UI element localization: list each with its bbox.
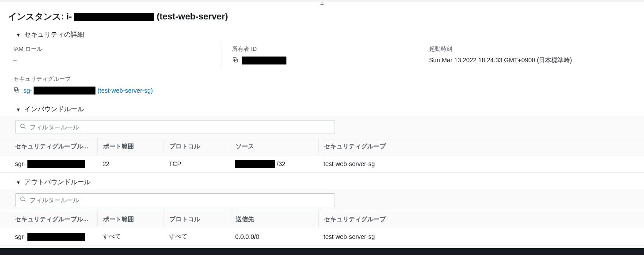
inbound-sg-cell: test-web-server-sg — [318, 155, 644, 173]
owner-id-label: 所有者 ID — [232, 45, 423, 53]
search-icon — [20, 123, 26, 131]
inbound-filter-input[interactable] — [30, 124, 330, 131]
col-header-port[interactable]: ポート範囲 — [97, 138, 164, 155]
inbound-filter-box[interactable] — [15, 121, 335, 133]
svg-line-5 — [24, 127, 26, 129]
section-toggle-outbound[interactable]: ▼ アウトバウンドルール — [0, 175, 644, 189]
redacted-sgr-id — [27, 160, 85, 168]
copy-icon — [13, 87, 20, 95]
sg-name-suffix: (test-web-server-sg) — [97, 87, 152, 94]
section-toggle-security-details[interactable]: ▼ セキュリティの詳細 — [0, 28, 644, 42]
outbound-filter-box[interactable] — [15, 193, 335, 206]
section-title-outbound: アウトバウンドルール — [24, 178, 91, 186]
inbound-protocol-cell: TCP — [164, 155, 230, 173]
table-row: sgr- 22 TCP /32 test-web-server-sg — [0, 155, 644, 173]
caret-down-icon: ▼ — [16, 32, 21, 38]
iam-role-label: IAM ロール — [13, 45, 216, 53]
outbound-table-header-row: セキュリティグループル... ポート範囲 プロトコル 送信先 セキュリティグルー… — [0, 211, 644, 228]
panel-drag-handle[interactable]: = — [0, 1, 644, 7]
outbound-sgr-cell: sgr- — [15, 233, 92, 241]
inbound-sgr-cell: sgr- — [15, 160, 92, 168]
footer-bar — [0, 248, 644, 255]
inbound-port-cell: 22 — [97, 155, 164, 173]
col-header-source[interactable]: ソース — [230, 138, 318, 155]
col-header-sgr[interactable]: セキュリティグループル... — [0, 138, 97, 155]
launch-time-col: 起動時刻 Sun Mar 13 2022 18:24:33 GMT+0900 (… — [429, 42, 637, 69]
security-groups-value: sg- (test-web-server-sg) — [13, 87, 637, 95]
security-details-grid: IAM ロール – 所有者 ID 起動時刻 Sun Mar 13 2022 18… — [0, 42, 644, 73]
col-header-sg[interactable]: セキュリティグループ — [318, 138, 644, 155]
page-title-row: インスタンス: i- (test-web-server) — [0, 7, 644, 28]
copy-security-group-button[interactable] — [13, 87, 20, 95]
outbound-filter-input[interactable] — [30, 197, 330, 204]
svg-point-6 — [21, 197, 24, 201]
outbound-rules-table: セキュリティグループル... ポート範囲 プロトコル 送信先 セキュリティグルー… — [0, 211, 644, 246]
section-title-security-details: セキュリティの詳細 — [24, 30, 84, 39]
sg-link-prefix: sg- — [23, 87, 32, 94]
owner-id-value — [232, 57, 423, 64]
iam-role-value: – — [13, 57, 216, 64]
outbound-filter-wrap — [0, 189, 644, 211]
sgr-prefix: sgr- — [15, 160, 26, 167]
section-title-inbound: インバウンドルール — [24, 105, 84, 114]
redacted-sgr-id — [27, 233, 85, 241]
caret-down-icon: ▼ — [16, 107, 21, 112]
outbound-sg-cell: test-web-server-sg — [318, 228, 644, 246]
outbound-destination-cell: 0.0.0.0/0 — [230, 228, 318, 246]
table-row: sgr- すべて すべて 0.0.0.0/0 test-web-server-s… — [0, 228, 644, 246]
copy-owner-id-button[interactable] — [232, 57, 239, 64]
title-suffix: (test-web-server) — [156, 11, 228, 22]
outbound-port-cell: すべて — [97, 228, 164, 246]
col-header-port[interactable]: ポート範囲 — [97, 211, 164, 228]
inbound-rules-table: セキュリティグループル... ポート範囲 プロトコル ソース セキュリティグルー… — [0, 138, 644, 173]
security-groups-label: セキュリティグループ — [13, 75, 637, 83]
col-header-protocol[interactable]: プロトコル — [164, 138, 230, 155]
security-group-link[interactable]: sg- (test-web-server-sg) — [23, 87, 153, 95]
redacted-instance-id — [74, 13, 154, 21]
security-groups-block: セキュリティグループ sg- (test-web-server-sg) — [0, 73, 644, 102]
redacted-sg-id — [34, 87, 95, 95]
inbound-table-header-row: セキュリティグループル... ポート範囲 プロトコル ソース セキュリティグルー… — [0, 138, 644, 155]
launch-time-value: Sun Mar 13 2022 18:24:33 GMT+0900 (日本標準時… — [429, 57, 632, 64]
redacted-owner-id — [242, 57, 286, 64]
page-title: インスタンス: i- (test-web-server) — [8, 11, 228, 23]
section-toggle-inbound[interactable]: ▼ インバウンドルール — [0, 102, 644, 116]
svg-line-7 — [24, 200, 26, 202]
sgr-prefix: sgr- — [15, 233, 26, 240]
col-header-sgr[interactable]: セキュリティグループル... — [0, 211, 97, 228]
svg-point-4 — [21, 124, 24, 128]
col-header-protocol[interactable]: プロトコル — [164, 211, 230, 228]
caret-down-icon: ▼ — [16, 180, 21, 185]
inbound-rules-block: セキュリティグループル... ポート範囲 プロトコル ソース セキュリティグルー… — [0, 116, 644, 175]
source-suffix: /32 — [277, 160, 285, 167]
redacted-source-ip — [235, 160, 275, 168]
owner-id-col: 所有者 ID — [221, 42, 429, 69]
search-icon — [20, 196, 26, 204]
iam-role-col: IAM ロール – — [13, 42, 221, 69]
col-header-sg[interactable]: セキュリティグループ — [318, 211, 644, 228]
inbound-source-cell: /32 — [235, 160, 313, 168]
outbound-protocol-cell: すべて — [164, 228, 230, 246]
col-header-destination[interactable]: 送信先 — [230, 211, 318, 228]
copy-icon — [232, 57, 239, 64]
outbound-rules-block: セキュリティグループル... ポート範囲 プロトコル 送信先 セキュリティグルー… — [0, 189, 644, 248]
title-prefix: インスタンス: i- — [8, 11, 72, 23]
launch-time-label: 起動時刻 — [429, 45, 632, 53]
inbound-filter-wrap — [0, 116, 644, 138]
